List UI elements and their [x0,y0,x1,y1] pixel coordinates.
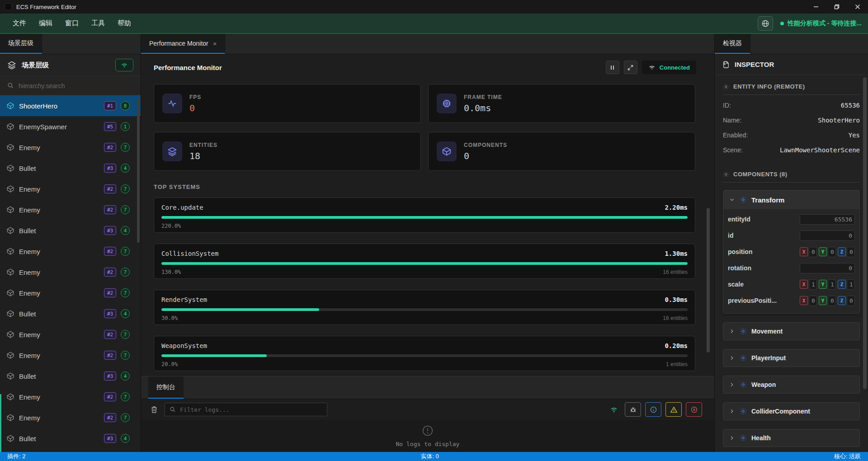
hierarchy-list: ShooterHero #1 8 EnemySpawner #5 1 [0,95,141,449]
property-value-input[interactable]: 0 [800,230,855,241]
property-value-input[interactable]: 0 [800,263,855,273]
property-value-input[interactable]: 0 [847,296,855,306]
expand-button[interactable] [624,61,637,74]
hierarchy-row[interactable]: Enemy #2 7 [0,324,141,345]
menu-item[interactable]: 工具 [85,19,111,28]
property-value-input[interactable]: 0 [828,296,836,306]
property-value-input[interactable]: 0 [809,296,817,306]
info-row: Scene: LawnMowerShooterScene [723,142,860,157]
menu-item[interactable]: 编辑 [33,19,59,28]
entity-cube-icon [6,414,14,422]
entity-cube-icon [6,330,14,339]
main-scrollbar[interactable] [707,208,710,353]
debug-filter-button[interactable] [625,402,641,417]
file-search-icon [722,61,730,69]
entity-id-badge: #3 [104,226,116,235]
performance-content: FPS 0 FRAM [141,80,714,376]
hierarchy-row[interactable]: ShooterHero #1 8 [0,95,141,116]
property-value-input[interactable]: 1 [847,279,855,290]
tab-performance-monitor[interactable]: Performance Monitor × [141,34,225,54]
entity-name: ShooterHero [19,102,57,110]
hierarchy-row[interactable]: Bullet #3 4 [0,366,141,386]
divider [723,94,860,95]
system-time: 0.30ms [665,296,688,303]
hierarchy-row[interactable]: Bullet #3 4 [0,220,141,241]
system-name: RenderSystem [161,296,207,303]
restore-icon [834,4,840,9]
menu-item[interactable]: 窗口 [59,19,85,28]
tab-console[interactable]: 控制台 [148,376,184,399]
component-card[interactable]: PlayerInput [723,349,860,367]
divider [723,182,860,183]
entity-cube-icon [6,185,14,193]
warning-filter-button[interactable] [665,402,682,417]
hierarchy-sync-button[interactable] [115,59,133,71]
entity-cube-icon [6,372,14,380]
property-field: Y 1 [819,279,836,290]
hierarchy-row[interactable]: Enemy #2 7 [0,241,141,262]
component-card[interactable]: Health [723,429,860,447]
component-card[interactable]: Weapon [723,376,860,394]
hierarchy-scrollbar[interactable] [137,98,140,243]
gear-icon [740,434,747,442]
hierarchy-row[interactable]: Enemy #2 7 [0,345,141,366]
gear-icon [740,381,747,388]
entity-id-badge: #2 [104,247,116,256]
property-label: entityId [728,216,796,223]
menu-item[interactable]: 文件 [6,19,33,28]
tab-close-icon[interactable]: × [213,40,217,47]
entity-id-badge: #2 [104,184,116,193]
tab-inspector[interactable]: 检视器 [715,34,750,54]
property-value-input[interactable]: 0 [809,247,817,257]
property-value-input[interactable]: 1 [809,279,817,290]
hierarchy-row[interactable]: Enemy #2 7 [0,282,141,303]
system-progress-fill [161,262,688,265]
transform-properties: entityId 65536 [723,209,859,313]
language-globe-button[interactable] [758,16,773,31]
pause-button[interactable] [606,61,619,74]
hierarchy-row[interactable]: Enemy #2 7 [0,386,141,407]
axis-badge: X [800,296,808,305]
property-value-input[interactable]: 1 [828,279,836,290]
property-value-input[interactable]: 0 [847,247,855,257]
tab-hierarchy[interactable]: 场景层级 [0,34,42,54]
entity-id-badge: #5 [104,122,116,131]
restore-button[interactable] [826,0,847,14]
hierarchy-row[interactable]: Enemy #2 7 [0,199,141,220]
hierarchy-row[interactable]: Bullet #3 4 [0,428,141,449]
frame-time-card: FRAME TIME 0.0ms [428,84,695,123]
property-value-input[interactable]: 65536 [800,214,855,225]
inspector-scrollbar[interactable] [863,77,867,389]
entity-id-badge: #2 [104,351,116,360]
component-card[interactable]: ColliderComponent [723,402,860,420]
hierarchy-row[interactable]: Enemy #2 7 [0,407,141,428]
close-button[interactable] [847,0,868,14]
hierarchy-row[interactable]: Bullet #3 4 [0,158,141,179]
system-entities: 16 entities [663,269,688,275]
hierarchy-row[interactable]: Enemy #2 7 [0,179,141,199]
hierarchy-row[interactable]: Bullet #3 4 [0,303,141,324]
entity-name: Bullet [19,165,36,172]
menu-item[interactable]: 帮助 [111,19,137,28]
property-row: rotation 0 [728,260,855,276]
hierarchy-row[interactable]: EnemySpawner #5 1 [0,116,141,137]
property-value-input[interactable]: 0 [828,247,836,257]
component-card[interactable]: Movement [723,322,860,340]
entity-id-badge: #2 [104,288,116,297]
clear-logs-button[interactable] [150,405,158,414]
entity-cube-icon [6,226,14,235]
hierarchy-row[interactable]: Enemy #2 7 [0,262,141,282]
component-transform-header[interactable]: Transform [723,190,859,209]
hierarchy-row[interactable]: Enemy #2 7 [0,137,141,158]
property-row: scale X 1 [728,276,855,292]
entity-cube-icon [6,164,14,172]
system-percent: 130.0% [161,269,181,275]
info-filter-button[interactable] [645,402,661,417]
entity-id-badge: #2 [104,143,116,152]
stat-value: 0.0ms [464,103,502,113]
info-row: Name: ShooterHero [723,113,860,127]
error-filter-button[interactable] [686,402,702,417]
log-filter-input[interactable] [180,406,322,413]
hierarchy-search-input[interactable] [19,82,133,89]
minimize-button[interactable] [806,0,826,14]
